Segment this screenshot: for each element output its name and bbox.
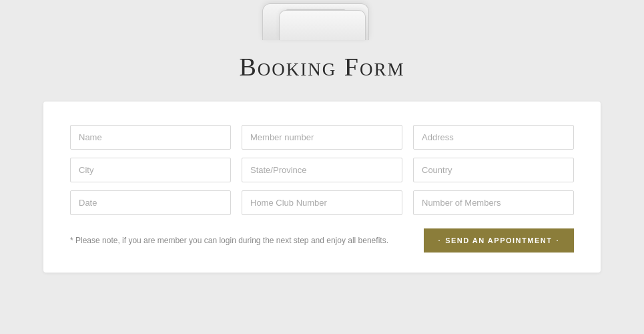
name-input[interactable] <box>70 125 231 150</box>
page-title: Booking Form <box>0 52 644 81</box>
title-area: Booking Form <box>0 40 644 102</box>
form-bottom: * Please note, if you are member you can… <box>70 228 574 253</box>
form-grid <box>70 125 574 215</box>
send-appointment-button[interactable]: · SEND AN APPOINTMENT · <box>424 228 574 253</box>
address-input[interactable] <box>413 125 574 150</box>
device-shape-front <box>279 10 366 40</box>
button-prefix: · <box>438 236 442 244</box>
member-number-input[interactable] <box>242 125 402 150</box>
send-appointment-label: SEND AN APPOINTMENT <box>445 236 552 244</box>
button-suffix: · <box>556 236 559 244</box>
country-input[interactable] <box>413 158 574 182</box>
number-of-members-input[interactable] <box>413 190 574 215</box>
device-illustration <box>0 0 644 40</box>
state-province-input[interactable] <box>242 158 402 182</box>
form-note: * Please note, if you are member you can… <box>70 236 424 245</box>
city-input[interactable] <box>70 158 231 182</box>
home-club-number-input[interactable] <box>242 190 402 215</box>
date-input[interactable] <box>70 190 231 215</box>
page-wrapper: Booking Form * Please note, if you are m… <box>0 0 644 334</box>
booking-form-card: * Please note, if you are member you can… <box>43 102 601 273</box>
